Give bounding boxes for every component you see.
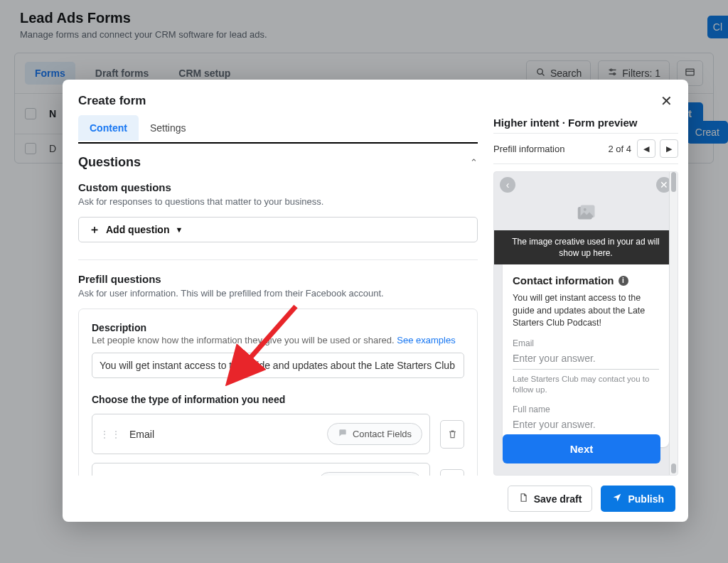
field-source-chip[interactable]: User Information: [318, 472, 422, 476]
field-source-chip[interactable]: Contact Fields: [327, 423, 422, 445]
preview-fullname-input[interactable]: Enter your answer.: [513, 414, 659, 436]
preview-title: Higher intent · Form preview: [493, 115, 678, 133]
save-draft-button[interactable]: Save draft: [508, 486, 593, 512]
field-full-name[interactable]: ⋮⋮ Full name User Information: [92, 463, 430, 476]
preview-image-hint: The image creative used in your ad will …: [494, 230, 678, 264]
description-input[interactable]: [92, 353, 464, 378]
drag-handle-icon[interactable]: ⋮⋮: [100, 429, 122, 440]
preview-email-label: Email: [513, 338, 659, 348]
delete-field-button[interactable]: [440, 469, 464, 476]
preview-fullname-label: Full name: [513, 404, 659, 414]
choose-info-heading: Choose the type of information you need: [92, 394, 464, 405]
preview-step-count: 2 of 4: [608, 144, 631, 154]
preview-back-icon[interactable]: ‹: [500, 177, 515, 193]
preview-next-button[interactable]: ▶: [660, 139, 678, 158]
custom-questions-desc: Ask for responses to questions that matt…: [78, 196, 478, 207]
description-subtext: Let people know how the information they…: [92, 335, 464, 345]
modal-title: Create form: [78, 94, 146, 108]
add-question-button[interactable]: ＋ Add question ▼: [78, 217, 478, 242]
caret-down-icon: ▼: [175, 225, 183, 234]
field-label: Email: [129, 429, 154, 440]
tab-content[interactable]: Content: [78, 115, 139, 142]
tab-settings[interactable]: Settings: [139, 115, 198, 142]
publish-label: Publish: [628, 493, 664, 505]
custom-questions-title: Custom questions: [78, 181, 478, 193]
publish-button[interactable]: Publish: [601, 486, 675, 512]
delete-field-button[interactable]: [440, 420, 464, 449]
preview-email-hint: Late Starters Club may contact you to fo…: [513, 374, 659, 396]
prefill-card: Description Let people know how the info…: [78, 309, 478, 476]
image-placeholder-icon: [494, 198, 678, 230]
close-icon[interactable]: ✕: [660, 94, 673, 108]
plus-icon: ＋: [89, 224, 100, 235]
chevron-up-icon[interactable]: ⌃: [470, 157, 478, 168]
prefill-title: Prefill questions: [78, 273, 478, 285]
section-questions: Questions: [78, 155, 141, 170]
description-heading: Description: [92, 322, 464, 333]
preview-lead-text: You will get instant access to the guide…: [513, 292, 659, 330]
preview-frame: ‹ ✕ The image creative used in your ad w…: [493, 171, 678, 476]
send-icon: [612, 493, 622, 505]
save-draft-label: Save draft: [534, 493, 582, 505]
preview-scrollbar[interactable]: [669, 172, 678, 475]
document-icon: [518, 493, 528, 505]
field-email[interactable]: ⋮⋮ Email Contact Fields: [92, 414, 430, 454]
prefill-desc: Ask for user information. This will be p…: [78, 288, 478, 299]
preview-next-cta[interactable]: Next: [503, 434, 660, 463]
preview-card-heading: Contact information i: [513, 274, 659, 286]
info-icon[interactable]: i: [619, 276, 628, 286]
svg-point-15: [584, 208, 587, 211]
create-form-modal: Create form ✕ Content Settings Questions…: [63, 80, 688, 522]
add-question-label: Add question: [106, 224, 169, 235]
preview-email-input[interactable]: Enter your answer.: [513, 348, 659, 370]
chat-icon: [338, 428, 348, 440]
see-examples-link[interactable]: See examples: [397, 335, 455, 345]
preview-prev-button[interactable]: ◀: [637, 139, 655, 158]
preview-step-name: Prefill information: [493, 144, 564, 154]
